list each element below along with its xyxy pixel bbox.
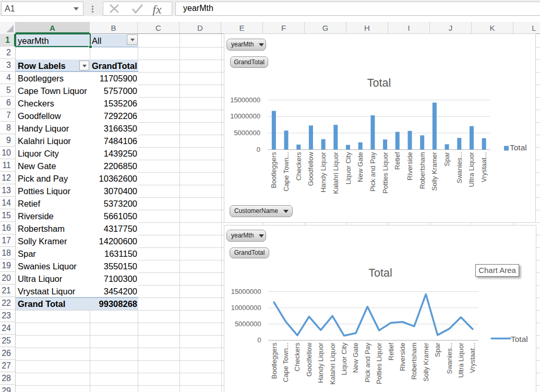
svg-text:Robertsham: Robertsham — [418, 152, 426, 189]
svg-text:10000000: 10000000 — [230, 112, 260, 120]
svg-text:Total: Total — [511, 335, 528, 343]
svg-text:Potties Liquor: Potties Liquor — [381, 152, 389, 194]
svg-text:Checkers: Checkers — [295, 152, 303, 181]
svg-text:Goodfellow: Goodfellow — [307, 152, 315, 186]
svg-text:5000000: 5000000 — [235, 320, 261, 328]
svg-text:15000000: 15000000 — [230, 96, 260, 104]
svg-text:10000000: 10000000 — [231, 304, 261, 312]
svg-text:Bootleggers: Bootleggers — [270, 152, 278, 188]
svg-text:Pick and Pay: Pick and Pay — [364, 342, 371, 382]
svg-text:Ultra Liquor: Ultra Liquor — [457, 342, 465, 378]
svg-text:Solly Kramer: Solly Kramer — [430, 152, 438, 191]
svg-text:Liquor City: Liquor City — [344, 152, 352, 185]
svg-text:Spar: Spar — [434, 342, 441, 357]
svg-text:Vrystaat...: Vrystaat... — [469, 343, 476, 373]
svg-text:Kalahri Liquor: Kalahri Liquor — [332, 152, 340, 194]
svg-text:Retief: Retief — [387, 342, 395, 360]
svg-text:15000000: 15000000 — [231, 288, 261, 295]
svg-text:Spar: Spar — [443, 152, 451, 167]
svg-text:Handy Liquor: Handy Liquor — [317, 342, 325, 383]
svg-text:Total: Total — [510, 143, 527, 152]
svg-text:Solly Kramer: Solly Kramer — [422, 342, 430, 382]
svg-text:New Gate: New Gate — [352, 343, 359, 373]
svg-text:Vrystaat...: Vrystaat... — [480, 152, 488, 182]
svg-text:Cape Town...: Cape Town... — [282, 343, 290, 383]
svg-text:Pick and Pay: Pick and Pay — [369, 152, 377, 192]
svg-text:Kalahri Liquor: Kalahri Liquor — [329, 342, 337, 385]
svg-text:0: 0 — [257, 336, 261, 344]
svg-text:Swanies...: Swanies... — [446, 343, 453, 374]
svg-text:Robertsham: Robertsham — [410, 343, 418, 380]
svg-text:fx: fx — [152, 3, 162, 16]
svg-text:Swanies...: Swanies... — [455, 152, 463, 183]
svg-text:0: 0 — [257, 146, 260, 153]
svg-text:New Gate: New Gate — [356, 152, 364, 182]
svg-text:Bootleggers: Bootleggers — [270, 342, 278, 379]
svg-text:Total: Total — [367, 77, 391, 89]
svg-text:Checkers: Checkers — [293, 342, 301, 371]
svg-text:Handy Liquor: Handy Liquor — [319, 152, 327, 193]
svg-text:Cape Town...: Cape Town... — [282, 152, 290, 192]
svg-text:Total: Total — [368, 267, 392, 279]
svg-text:Ultra Liquor: Ultra Liquor — [467, 152, 475, 187]
svg-text:5000000: 5000000 — [234, 129, 260, 137]
svg-text:Riverside: Riverside — [406, 152, 414, 180]
svg-text:Potties Liquor: Potties Liquor — [375, 342, 383, 384]
svg-text:Liquor City: Liquor City — [340, 342, 348, 375]
svg-text:Retief: Retief — [393, 152, 401, 170]
svg-text:Riverside: Riverside — [399, 343, 406, 371]
svg-text:Goodfellow: Goodfellow — [305, 342, 313, 377]
